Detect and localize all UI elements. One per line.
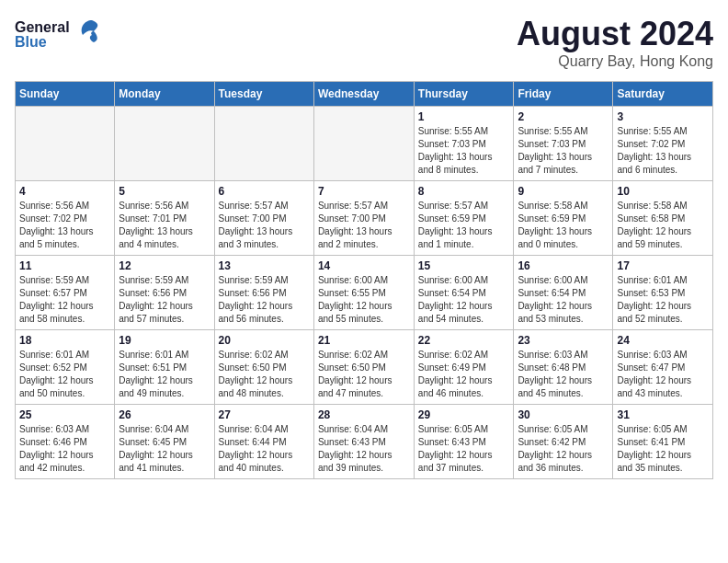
day-info: Sunrise: 6:00 AM Sunset: 6:55 PM Dayligh…	[318, 274, 410, 326]
day-info: Sunrise: 6:04 AM Sunset: 6:44 PM Dayligh…	[219, 423, 310, 475]
day-number: 27	[219, 408, 310, 421]
calendar-cell: 24Sunrise: 6:03 AM Sunset: 6:47 PM Dayli…	[613, 330, 713, 405]
day-info: Sunrise: 5:59 AM Sunset: 6:56 PM Dayligh…	[219, 274, 310, 326]
day-info: Sunrise: 6:05 AM Sunset: 6:41 PM Dayligh…	[617, 423, 709, 475]
calendar-cell: 12Sunrise: 5:59 AM Sunset: 6:56 PM Dayli…	[115, 256, 214, 330]
calendar-cell: 11Sunrise: 5:59 AM Sunset: 6:57 PM Dayli…	[16, 256, 115, 330]
day-number: 7	[318, 185, 410, 198]
calendar-week-1: 1Sunrise: 5:55 AM Sunset: 7:03 PM Daylig…	[16, 107, 713, 181]
day-number: 6	[219, 185, 310, 198]
calendar-cell: 5Sunrise: 5:56 AM Sunset: 7:01 PM Daylig…	[115, 181, 214, 256]
day-info: Sunrise: 6:01 AM Sunset: 6:52 PM Dayligh…	[19, 349, 110, 400]
day-info: Sunrise: 6:04 AM Sunset: 6:43 PM Dayligh…	[318, 423, 410, 475]
day-header-friday: Friday	[514, 82, 613, 107]
day-info: Sunrise: 6:01 AM Sunset: 6:51 PM Dayligh…	[119, 349, 210, 400]
calendar-header-row: SundayMondayTuesdayWednesdayThursdayFrid…	[16, 82, 713, 107]
calendar-cell	[214, 107, 313, 181]
day-number: 25	[19, 408, 110, 421]
calendar-cell: 22Sunrise: 6:02 AM Sunset: 6:49 PM Dayli…	[414, 330, 514, 405]
calendar-cell: 6Sunrise: 5:57 AM Sunset: 7:00 PM Daylig…	[214, 181, 313, 256]
calendar-cell: 21Sunrise: 6:02 AM Sunset: 6:50 PM Dayli…	[313, 330, 414, 405]
day-header-sunday: Sunday	[16, 82, 115, 107]
day-info: Sunrise: 5:57 AM Sunset: 7:00 PM Dayligh…	[318, 200, 410, 251]
location-subtitle: Quarry Bay, Hong Kong	[517, 53, 713, 70]
calendar-cell: 25Sunrise: 6:03 AM Sunset: 6:46 PM Dayli…	[16, 405, 115, 479]
logo: General Blue	[15, 15, 108, 54]
day-number: 2	[518, 110, 609, 123]
day-header-thursday: Thursday	[414, 82, 514, 107]
calendar-cell: 14Sunrise: 6:00 AM Sunset: 6:55 PM Dayli…	[313, 256, 414, 330]
calendar-cell: 20Sunrise: 6:02 AM Sunset: 6:50 PM Dayli…	[214, 330, 313, 405]
calendar-cell: 23Sunrise: 6:03 AM Sunset: 6:48 PM Dayli…	[514, 330, 613, 405]
calendar-cell: 26Sunrise: 6:04 AM Sunset: 6:45 PM Dayli…	[115, 405, 214, 479]
day-number: 3	[617, 110, 709, 123]
day-number: 26	[119, 408, 210, 421]
calendar-week-2: 4Sunrise: 5:56 AM Sunset: 7:02 PM Daylig…	[16, 181, 713, 256]
day-number: 11	[19, 259, 110, 272]
calendar-cell: 19Sunrise: 6:01 AM Sunset: 6:51 PM Dayli…	[115, 330, 214, 405]
day-info: Sunrise: 6:03 AM Sunset: 6:48 PM Dayligh…	[518, 349, 609, 400]
day-info: Sunrise: 5:55 AM Sunset: 7:03 PM Dayligh…	[518, 125, 609, 177]
calendar-cell: 17Sunrise: 6:01 AM Sunset: 6:53 PM Dayli…	[613, 256, 713, 330]
day-info: Sunrise: 5:59 AM Sunset: 6:57 PM Dayligh…	[19, 274, 110, 326]
day-number: 30	[518, 408, 609, 421]
calendar-cell: 10Sunrise: 5:58 AM Sunset: 6:58 PM Dayli…	[613, 181, 713, 256]
day-number: 18	[19, 334, 110, 347]
day-info: Sunrise: 6:03 AM Sunset: 6:46 PM Dayligh…	[19, 423, 110, 475]
day-info: Sunrise: 6:04 AM Sunset: 6:45 PM Dayligh…	[119, 423, 210, 475]
day-info: Sunrise: 6:00 AM Sunset: 6:54 PM Dayligh…	[418, 274, 510, 326]
day-info: Sunrise: 5:56 AM Sunset: 7:02 PM Dayligh…	[19, 200, 110, 251]
page-header: General Blue August 2024 Quarry Bay, Hon…	[15, 15, 713, 70]
day-info: Sunrise: 6:01 AM Sunset: 6:53 PM Dayligh…	[617, 274, 709, 326]
day-header-saturday: Saturday	[613, 82, 713, 107]
calendar-cell	[313, 107, 414, 181]
day-info: Sunrise: 6:00 AM Sunset: 6:54 PM Dayligh…	[518, 274, 609, 326]
day-info: Sunrise: 6:05 AM Sunset: 6:43 PM Dayligh…	[418, 423, 510, 475]
day-number: 29	[418, 408, 510, 421]
day-info: Sunrise: 6:05 AM Sunset: 6:42 PM Dayligh…	[518, 423, 609, 475]
day-number: 13	[219, 259, 310, 272]
day-number: 23	[518, 334, 609, 347]
calendar-cell: 15Sunrise: 6:00 AM Sunset: 6:54 PM Dayli…	[414, 256, 514, 330]
day-number: 20	[219, 334, 310, 347]
calendar-cell: 9Sunrise: 5:58 AM Sunset: 6:59 PM Daylig…	[514, 181, 613, 256]
day-info: Sunrise: 5:57 AM Sunset: 7:00 PM Dayligh…	[219, 200, 310, 251]
logo-bird-icon	[75, 15, 108, 54]
calendar-cell	[115, 107, 214, 181]
day-info: Sunrise: 5:59 AM Sunset: 6:56 PM Dayligh…	[119, 274, 210, 326]
calendar-cell	[16, 107, 115, 181]
logo-blue: Blue	[15, 35, 70, 50]
day-number: 22	[418, 334, 510, 347]
day-number: 21	[318, 334, 410, 347]
calendar-cell: 27Sunrise: 6:04 AM Sunset: 6:44 PM Dayli…	[214, 405, 313, 479]
calendar-cell: 16Sunrise: 6:00 AM Sunset: 6:54 PM Dayli…	[514, 256, 613, 330]
calendar-cell: 31Sunrise: 6:05 AM Sunset: 6:41 PM Dayli…	[613, 405, 713, 479]
day-info: Sunrise: 5:55 AM Sunset: 7:03 PM Dayligh…	[418, 125, 510, 177]
day-header-tuesday: Tuesday	[214, 82, 313, 107]
day-number: 14	[318, 259, 410, 272]
calendar-cell: 4Sunrise: 5:56 AM Sunset: 7:02 PM Daylig…	[16, 181, 115, 256]
calendar-cell: 30Sunrise: 6:05 AM Sunset: 6:42 PM Dayli…	[514, 405, 613, 479]
calendar-cell: 18Sunrise: 6:01 AM Sunset: 6:52 PM Dayli…	[16, 330, 115, 405]
calendar-week-3: 11Sunrise: 5:59 AM Sunset: 6:57 PM Dayli…	[16, 256, 713, 330]
day-number: 12	[119, 259, 210, 272]
calendar-cell: 28Sunrise: 6:04 AM Sunset: 6:43 PM Dayli…	[313, 405, 414, 479]
day-number: 17	[617, 259, 709, 272]
month-year-title: August 2024	[517, 15, 713, 53]
day-info: Sunrise: 5:58 AM Sunset: 6:58 PM Dayligh…	[617, 200, 709, 251]
day-info: Sunrise: 5:56 AM Sunset: 7:01 PM Dayligh…	[119, 200, 210, 251]
day-info: Sunrise: 5:58 AM Sunset: 6:59 PM Dayligh…	[518, 200, 609, 251]
day-number: 5	[119, 185, 210, 198]
calendar-cell: 1Sunrise: 5:55 AM Sunset: 7:03 PM Daylig…	[414, 107, 514, 181]
calendar-cell: 3Sunrise: 5:55 AM Sunset: 7:02 PM Daylig…	[613, 107, 713, 181]
day-info: Sunrise: 5:55 AM Sunset: 7:02 PM Dayligh…	[617, 125, 709, 177]
calendar-table: SundayMondayTuesdayWednesdayThursdayFrid…	[15, 81, 713, 479]
day-number: 4	[19, 185, 110, 198]
day-info: Sunrise: 6:03 AM Sunset: 6:47 PM Dayligh…	[617, 349, 709, 400]
day-number: 10	[617, 185, 709, 198]
day-number: 19	[119, 334, 210, 347]
day-info: Sunrise: 5:57 AM Sunset: 6:59 PM Dayligh…	[418, 200, 510, 251]
day-number: 31	[617, 408, 709, 421]
day-number: 9	[518, 185, 609, 198]
day-number: 1	[418, 110, 510, 123]
